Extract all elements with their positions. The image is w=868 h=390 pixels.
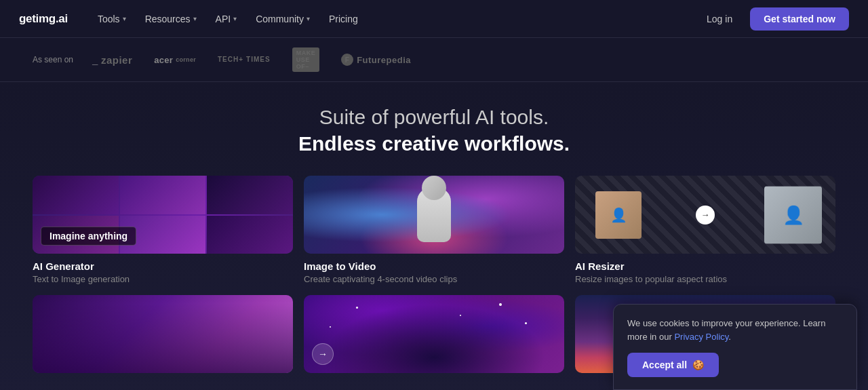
cookie-banner: We use cookies to improve your experienc…	[613, 304, 857, 390]
bottom-card-1-image: →	[33, 295, 293, 373]
as-seen-on-bar: As seen on _zapier acer corner TECH+ TIM…	[0, 38, 868, 82]
hero-section: Suite of powerful AI tools. Endless crea…	[33, 104, 835, 157]
hero-line2: Endless creative workflows.	[33, 130, 835, 157]
astronaut-body	[417, 188, 451, 242]
nav-community[interactable]: Community ▾	[248, 9, 318, 28]
imagine-label: Imagine anything	[41, 227, 136, 246]
bottom-card-1-bg: →	[33, 295, 293, 373]
image-to-video-image	[304, 176, 564, 254]
nav-pricing[interactable]: Pricing	[321, 9, 366, 28]
resizer-background: 👤 → 👤	[575, 176, 835, 254]
nav-links: Tools ▾ Resources ▾ API ▾ Community ▾ Pr…	[90, 9, 697, 28]
tool-card-ai-resizer[interactable]: 👤 → 👤 AI Resizer Resize images to popula…	[575, 176, 835, 284]
login-button[interactable]: Log in	[697, 8, 742, 30]
resizer-after: 👤	[764, 186, 822, 243]
tool-title: AI Resizer	[575, 260, 835, 272]
nav-resources[interactable]: Resources ▾	[137, 9, 205, 28]
chevron-down-icon: ▾	[123, 15, 126, 22]
tool-description: Create captivating 4-second video clips	[304, 274, 564, 284]
tool-description: Resize images to popular aspect ratios	[575, 274, 835, 284]
tool-title: Image to Video	[304, 260, 564, 272]
tool-card-ai-generator[interactable]: Imagine anything AI Generator Text to Im…	[33, 176, 293, 284]
futurepedia-icon: F	[341, 54, 353, 66]
chevron-down-icon: ▾	[193, 15, 197, 22]
tool-description: Text to Image generation	[33, 274, 293, 284]
brand-logos: _zapier acer corner TECH+ TIMES MAKEUSEO…	[92, 47, 411, 72]
chevron-down-icon: ▾	[233, 15, 237, 22]
astronaut-head	[422, 176, 446, 200]
cat-stars	[304, 295, 564, 373]
nav-tools[interactable]: Tools ▾	[90, 9, 134, 28]
navigation: getimg.ai Tools ▾ Resources ▾ API ▾ Comm…	[0, 0, 868, 38]
ai-generator-image: Imagine anything	[33, 176, 293, 254]
nav-actions: Log in Get started now	[697, 7, 849, 31]
bottom-card-2-bg: →	[304, 295, 564, 373]
nav-api[interactable]: API ▾	[208, 9, 245, 28]
bottom-card-2-image: →	[304, 295, 564, 373]
card-arrow-icon: →	[312, 343, 334, 365]
zapier-logo: _zapier	[92, 54, 132, 66]
tool-card-image-to-video[interactable]: Image to Video Create captivating 4-seco…	[304, 176, 564, 284]
tool-card-5[interactable]: →	[304, 295, 564, 380]
techtimes-logo: TECH+ TIMES	[218, 56, 271, 64]
chevron-down-icon: ▾	[307, 15, 310, 22]
logo[interactable]: getimg.ai	[19, 12, 68, 26]
tool-card-4[interactable]: →	[33, 295, 293, 380]
cookie-icon: 🍪	[692, 359, 704, 370]
futurepedia-logo: F Futurepedia	[341, 54, 411, 66]
tool-title: AI Generator	[33, 260, 293, 272]
as-seen-label: As seen on	[33, 55, 73, 64]
makeuseof-logo: MAKEUSEOF–	[292, 47, 320, 72]
get-started-button[interactable]: Get started now	[750, 7, 849, 31]
acer-logo: acer corner	[154, 55, 196, 65]
hero-line1: Suite of powerful AI tools.	[319, 106, 549, 128]
privacy-policy-link[interactable]: Privacy Policy	[674, 332, 728, 342]
resizer-before: 👤	[595, 191, 642, 239]
resizer-arrow-icon: →	[696, 206, 715, 225]
ai-resizer-image: 👤 → 👤	[575, 176, 835, 254]
accept-cookies-button[interactable]: Accept all 🍪	[627, 353, 719, 377]
cookie-text: We use cookies to improve your experienc…	[627, 317, 843, 343]
astronaut-visual	[304, 176, 564, 254]
